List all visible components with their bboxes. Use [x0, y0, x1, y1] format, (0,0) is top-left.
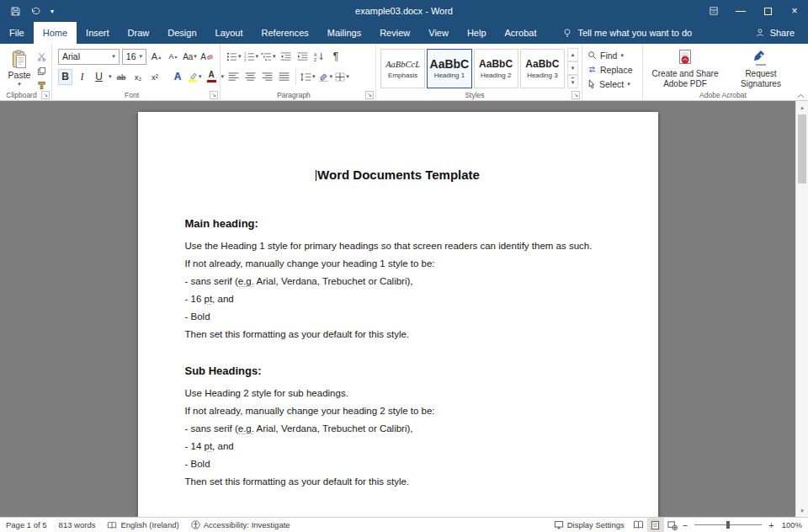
- tell-me-box[interactable]: Tell me what you want to do: [562, 22, 692, 44]
- font-dialog-launcher-icon[interactable]: ↘: [210, 91, 218, 99]
- tab-review[interactable]: Review: [370, 22, 419, 44]
- display-settings-button[interactable]: Display Settings: [548, 520, 630, 529]
- subscript-button[interactable]: x₂: [131, 69, 146, 85]
- tab-help[interactable]: Help: [458, 22, 496, 44]
- shrink-font-button[interactable]: A▾: [166, 49, 180, 65]
- justify-button[interactable]: [277, 69, 291, 85]
- minimize-button[interactable]: —: [727, 0, 754, 22]
- ribbon-display-options-icon[interactable]: [700, 0, 727, 22]
- font-family-combo[interactable]: Arial ▾: [58, 49, 120, 65]
- paste-button[interactable]: Paste ▾: [5, 48, 34, 91]
- decrease-indent-button[interactable]: [279, 49, 293, 65]
- save-icon[interactable]: [10, 6, 21, 17]
- request-signatures-button[interactable]: Request Signatures: [726, 47, 796, 88]
- ribbon-tabs: FileHomeInsertDrawDesignLayoutReferences…: [0, 22, 545, 44]
- tabrow-spacer: [692, 22, 754, 44]
- numbering-button[interactable]: 123▾: [244, 49, 259, 65]
- bold-button[interactable]: B: [58, 69, 72, 85]
- word-count[interactable]: 813 words: [53, 520, 102, 529]
- zoom-level[interactable]: 100%: [776, 520, 808, 529]
- show-hide-pilcrow-button[interactable]: ¶: [329, 49, 343, 65]
- paste-caret-icon: ▾: [18, 81, 21, 88]
- align-right-button[interactable]: [260, 69, 274, 85]
- tab-references[interactable]: References: [252, 22, 318, 44]
- tab-layout[interactable]: Layout: [206, 22, 252, 44]
- accessibility-indicator[interactable]: Accessibility: Investigate: [185, 520, 296, 529]
- line-spacing-button[interactable]: ▾: [300, 69, 316, 85]
- select-button[interactable]: Select ▾: [587, 77, 637, 90]
- styles-scroll-up-icon[interactable]: ▴: [567, 48, 578, 61]
- doc-text: pt: [205, 294, 213, 304]
- font-group: Arial ▾ 16 ▾ A▴ A▾ Aa▾ A B I U ▾ ab x₂ x…: [52, 44, 221, 100]
- styles-dialog-launcher-icon[interactable]: ↘: [571, 91, 580, 99]
- multilevel-list-button[interactable]: ▾: [261, 49, 276, 65]
- find-button[interactable]: Find ▾: [587, 49, 637, 61]
- tab-design[interactable]: Design: [158, 22, 205, 44]
- change-case-button[interactable]: Aa▾: [183, 49, 197, 65]
- tab-home[interactable]: Home: [34, 22, 77, 44]
- borders-button[interactable]: ▾: [335, 69, 349, 85]
- qat-customize-caret-icon[interactable]: ▾: [50, 8, 54, 15]
- style-heading-3[interactable]: AaBbC Heading 3: [520, 49, 565, 88]
- tab-file[interactable]: File: [0, 22, 34, 44]
- zoom-in-button[interactable]: +: [767, 520, 775, 530]
- maximize-button[interactable]: [754, 0, 781, 22]
- format-painter-icon[interactable]: [37, 79, 46, 91]
- superscript-button[interactable]: x²: [148, 69, 162, 85]
- underline-caret-icon[interactable]: ▾: [109, 73, 112, 80]
- styles-scroll-down-icon[interactable]: ▾: [567, 61, 578, 75]
- cut-icon[interactable]: [37, 51, 46, 62]
- share-button[interactable]: Share: [755, 22, 808, 44]
- replace-button[interactable]: Replace: [587, 63, 637, 76]
- style-heading-2[interactable]: AaBbC Heading 2: [474, 49, 518, 88]
- paragraph-dialog-launcher-icon[interactable]: ↘: [365, 91, 374, 99]
- document-page[interactable]: Word Documents Template Main heading:Use…: [138, 112, 658, 517]
- style-heading-1[interactable]: AaBbC Heading 1: [427, 49, 471, 88]
- zoom-slider-thumb[interactable]: [726, 521, 730, 529]
- read-mode-button[interactable]: [630, 518, 647, 532]
- web-layout-button[interactable]: [664, 518, 681, 532]
- document-workspace[interactable]: Word Documents Template Main heading:Use…: [0, 101, 795, 517]
- clear-formatting-button[interactable]: A: [199, 49, 214, 65]
- scroll-up-icon[interactable]: ▴: [796, 101, 808, 114]
- tab-mailings[interactable]: Mailings: [318, 22, 370, 44]
- strikethrough-button[interactable]: ab: [114, 69, 129, 85]
- vertical-scrollbar[interactable]: ▴ ▾: [795, 101, 808, 517]
- style-emphasis[interactable]: AaBbCcL Emphasis: [380, 49, 425, 88]
- copy-icon[interactable]: [37, 65, 46, 77]
- align-left-button[interactable]: [226, 69, 241, 85]
- styles-gallery-more-icon[interactable]: ▾: [567, 75, 578, 88]
- tab-draw[interactable]: Draw: [119, 22, 159, 44]
- sort-button[interactable]: AZ: [312, 49, 327, 65]
- tab-view[interactable]: View: [419, 22, 458, 44]
- paragraph-group: ▾ 123▾ ▾ AZ ¶ ▾ ▾ ▾ Paragraph ↘: [221, 44, 376, 100]
- zoom-slider[interactable]: [694, 524, 762, 525]
- scrollbar-thumb[interactable]: [798, 114, 806, 184]
- print-layout-button[interactable]: [647, 518, 664, 532]
- zoom-out-button[interactable]: −: [681, 520, 689, 530]
- italic-button[interactable]: I: [75, 69, 89, 85]
- adobe-acrobat-group-label: Adobe Acrobat: [643, 91, 803, 99]
- language-indicator[interactable]: English (Ireland): [101, 520, 184, 529]
- align-center-button[interactable]: [243, 69, 258, 85]
- tab-insert[interactable]: Insert: [77, 22, 119, 44]
- tab-acrobat[interactable]: Acrobat: [496, 22, 546, 44]
- grow-font-button[interactable]: A▴: [149, 49, 163, 65]
- close-button[interactable]: ×: [781, 0, 808, 22]
- read-mode-icon: [633, 520, 644, 529]
- create-share-pdf-button[interactable]: Create and Share Adobe PDF: [650, 47, 720, 88]
- underline-button[interactable]: U: [92, 69, 106, 85]
- bullets-button[interactable]: ▾: [226, 49, 242, 65]
- style-preview: AaBbCcL: [385, 59, 420, 70]
- font-color-button[interactable]: A: [205, 69, 219, 85]
- text-effects-button[interactable]: A: [171, 69, 185, 85]
- font-size-combo[interactable]: 16 ▾: [122, 49, 146, 65]
- clipboard-dialog-launcher-icon[interactable]: ↘: [41, 91, 50, 99]
- highlight-button[interactable]: ▾: [188, 69, 202, 85]
- scroll-down-icon[interactable]: ▾: [796, 504, 808, 517]
- collapse-ribbon-icon[interactable]: [797, 93, 805, 98]
- shading-button[interactable]: ▾: [318, 69, 333, 85]
- page-indicator[interactable]: Page 1 of 5: [0, 520, 53, 529]
- increase-indent-button[interactable]: [295, 49, 310, 65]
- undo-icon[interactable]: [30, 6, 41, 17]
